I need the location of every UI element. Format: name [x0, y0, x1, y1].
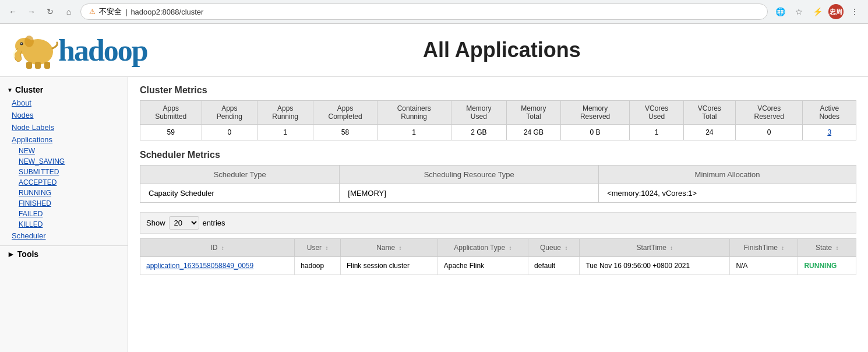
sidebar-item-finished[interactable]: FINISHED — [0, 198, 128, 209]
state-badge: RUNNING — [804, 262, 837, 270]
cluster-arrow-icon: ▼ — [7, 87, 13, 93]
bookmark-icon[interactable]: ☆ — [791, 4, 806, 19]
sched-val-type: Capacity Scheduler — [140, 184, 340, 203]
entries-select[interactable]: 10 20 25 50 100 — [169, 216, 199, 230]
id-sort-icon[interactable]: ↕ — [221, 245, 224, 251]
page-layout: hadoop All Applications ▼ Cluster About … — [0, 24, 868, 352]
col-apps-running: Apps Running — [257, 101, 313, 125]
sched-val-min-alloc: <memory:1024, vCores:1> — [599, 184, 856, 203]
val-memory-reserved: 0 B — [560, 125, 630, 140]
security-warning-icon: ⚠ — [89, 8, 96, 16]
finishtime-sort-icon[interactable]: ↕ — [781, 245, 784, 251]
val-memory-total: 24 GB — [507, 125, 561, 140]
app-id-cell: application_1635158058849_0059 — [140, 257, 295, 275]
scheduler-metrics-title: Scheduler Metrics — [140, 150, 856, 160]
app-col-name: Name ↕ — [341, 239, 438, 257]
logo-area: hadoop — [12, 30, 147, 71]
page-title-area: All Applications — [147, 38, 856, 62]
sidebar-item-nodes[interactable]: Nodes — [0, 109, 128, 121]
scheduler-row: Capacity Scheduler [MEMORY] <memory:1024… — [140, 184, 856, 203]
page-title: All Applications — [147, 38, 856, 62]
app-type-cell: Apache Flink — [437, 257, 528, 275]
url-text: hadoop2:8088/cluster — [130, 8, 203, 16]
menu-icon[interactable]: ⋮ — [847, 4, 862, 19]
address-separator: | — [125, 8, 127, 16]
type-sort-icon[interactable]: ↕ — [509, 245, 511, 251]
val-apps-completed: 58 — [313, 125, 377, 140]
svg-rect-5 — [26, 62, 32, 69]
col-memory-used: Memory Used — [451, 101, 507, 125]
tools-arrow-icon: ► — [7, 249, 15, 259]
sched-col-resource: Scheduling Resource Type — [340, 166, 599, 184]
app-name-cell: Flink session cluster — [341, 257, 438, 275]
tools-label: Tools — [17, 249, 38, 259]
logo-text: hadoop — [58, 33, 147, 68]
sidebar-item-about[interactable]: About — [0, 97, 128, 109]
show-entries-bar: Show 10 20 25 50 100 entries — [140, 212, 856, 234]
app-col-id: ID ↕ — [140, 239, 295, 257]
app-col-user: User ↕ — [295, 239, 341, 257]
address-bar[interactable]: ⚠ 不安全 | hadoop2:8088/cluster — [80, 3, 768, 20]
user-sort-icon[interactable]: ↕ — [325, 245, 328, 251]
col-memory-total: Memory Total — [507, 101, 561, 125]
app-col-queue: Queue ↕ — [528, 239, 580, 257]
security-warning-text: 不安全 — [99, 6, 122, 17]
queue-sort-icon[interactable]: ↕ — [564, 245, 567, 251]
app-col-starttime: StartTime ↕ — [580, 239, 730, 257]
entries-suffix: entries — [203, 219, 225, 227]
app-col-finishtime: FinishTime ↕ — [730, 239, 798, 257]
user-avatar[interactable]: 忠周 — [828, 4, 844, 19]
sidebar-item-applications[interactable]: Applications — [0, 133, 128, 146]
val-memory-used: 2 GB — [451, 125, 507, 140]
extension-icon[interactable]: ⚡ — [810, 4, 825, 19]
sidebar-item-node-labels[interactable]: Node Labels — [0, 121, 128, 133]
val-apps-submitted: 59 — [140, 125, 202, 140]
main-content: ▼ Cluster About Nodes Node Labels Applic… — [0, 77, 868, 352]
col-apps-submitted: Apps Submitted — [140, 101, 202, 125]
browser-chrome: ← → ↻ ⌂ ⚠ 不安全 | hadoop2:8088/cluster 🌐 ☆… — [0, 0, 868, 24]
app-finishtime-cell: N/A — [730, 257, 798, 275]
content-area: Cluster Metrics Apps Submitted Apps Pend… — [128, 77, 868, 352]
state-sort-icon[interactable]: ↕ — [835, 245, 838, 251]
cluster-metrics-table: Apps Submitted Apps Pending Apps Running… — [140, 100, 856, 140]
sidebar-item-killed[interactable]: KILLED — [0, 219, 128, 230]
sidebar-item-new-saving[interactable]: NEW_SAVING — [0, 156, 128, 167]
cluster-label: Cluster — [15, 85, 43, 94]
reload-button[interactable]: ↻ — [43, 5, 57, 19]
val-active-nodes[interactable]: 3 — [803, 125, 856, 140]
val-apps-running: 1 — [257, 125, 313, 140]
app-user-cell: hadoop — [295, 257, 341, 275]
val-apps-pending: 0 — [202, 125, 257, 140]
home-button[interactable]: ⌂ — [62, 5, 76, 19]
translate-icon[interactable]: 🌐 — [772, 4, 788, 19]
forward-button[interactable]: → — [24, 5, 38, 19]
sidebar-item-failed[interactable]: FAILED — [0, 209, 128, 219]
col-containers-running: Containers Running — [377, 101, 451, 125]
sidebar-item-scheduler[interactable]: Scheduler — [0, 230, 128, 242]
sidebar-tools-section[interactable]: ► Tools — [0, 245, 128, 262]
col-vcores-used: VCores Used — [630, 101, 683, 125]
val-vcores-reserved: 0 — [735, 125, 802, 140]
sched-col-min-alloc: Minimum Allocation — [599, 166, 856, 184]
col-memory-reserved: Memory Reserved — [560, 101, 630, 125]
col-vcores-reserved: VCores Reserved — [735, 101, 802, 125]
svg-rect-6 — [35, 62, 41, 69]
starttime-sort-icon[interactable]: ↕ — [670, 245, 673, 251]
name-sort-icon[interactable]: ↕ — [399, 245, 402, 251]
sidebar-item-accepted[interactable]: ACCEPTED — [0, 177, 128, 188]
sidebar-cluster-title[interactable]: ▼ Cluster — [0, 83, 128, 97]
app-id-link[interactable]: application_1635158058849_0059 — [146, 262, 253, 270]
back-button[interactable]: ← — [6, 5, 20, 19]
app-col-type: Application Type ↕ — [437, 239, 528, 257]
metrics-row: 59 0 1 58 1 2 GB 24 GB 0 B 1 24 0 3 — [140, 125, 856, 140]
app-col-state: State ↕ — [798, 239, 856, 257]
svg-rect-7 — [44, 62, 50, 69]
app-queue-cell: default — [528, 257, 580, 275]
val-vcores-used: 1 — [630, 125, 683, 140]
sched-val-resource: [MEMORY] — [340, 184, 599, 203]
sidebar-item-new[interactable]: NEW — [0, 146, 128, 156]
sidebar-item-submitted[interactable]: SUBMITTED — [0, 167, 128, 177]
hadoop-elephant-logo — [12, 30, 58, 71]
sched-col-type: Scheduler Type — [140, 166, 340, 184]
sidebar-item-running[interactable]: RUNNING — [0, 188, 128, 198]
